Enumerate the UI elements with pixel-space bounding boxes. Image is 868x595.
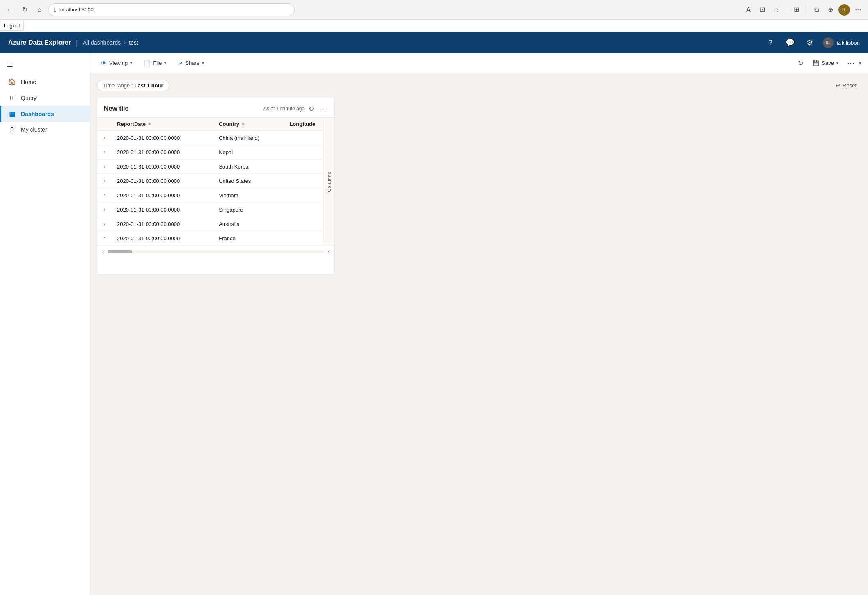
country-menu-icon[interactable]: ≡ <box>242 122 244 127</box>
reportdate-label: ReportDate <box>117 121 146 127</box>
scroll-right-button[interactable]: › <box>326 248 331 256</box>
tile-title: New tile <box>104 105 128 112</box>
sidebar-item-label-mycluster: My cluster <box>21 126 47 133</box>
table-row[interactable]: › 2020-01-31 00:00:00.0000 United States <box>97 174 334 188</box>
settings-button[interactable]: ⚙ <box>803 36 816 49</box>
sidebar-item-home[interactable]: 🏠 Home <box>0 74 90 90</box>
horizontal-scrollbar[interactable]: ‹ › <box>97 246 334 258</box>
logout-button[interactable]: Logout <box>0 21 24 31</box>
row-expand-button[interactable]: › <box>102 163 107 170</box>
reset-icon: ↩ <box>836 82 840 89</box>
reportdate-column-header: ReportDate ≡ <box>112 118 214 131</box>
row-expand-button[interactable]: › <box>102 206 107 213</box>
favorites-icon[interactable]: ☆ <box>770 4 782 16</box>
sidebar-item-dashboards[interactable]: ▦ Dashboards <box>0 106 90 122</box>
breadcrumb-all-dashboards[interactable]: All dashboards <box>83 39 121 46</box>
row-expand-button[interactable]: › <box>102 191 107 199</box>
country-cell: United States <box>214 174 284 188</box>
browser-refresh-button[interactable]: ↻ <box>19 4 30 16</box>
tile-refresh-button[interactable]: ↻ <box>308 104 315 114</box>
sidebar-item-mycluster[interactable]: 🗄 My cluster <box>0 122 90 137</box>
country-cell: France <box>214 231 284 246</box>
reset-label: Reset <box>843 82 857 89</box>
share-icon: ↗ <box>178 60 183 66</box>
time-range-value: Last 1 hour <box>135 82 163 89</box>
table-wrapper: ReportDate ≡ Country ≡ <box>97 118 334 246</box>
feedback-button[interactable]: 💬 <box>783 36 797 49</box>
table-header: ReportDate ≡ Country ≡ <box>97 118 334 131</box>
home-icon: 🏠 <box>8 78 16 86</box>
row-expand-button[interactable]: › <box>102 220 107 228</box>
browser-home-button[interactable]: ⌂ <box>34 4 45 16</box>
time-range-pill[interactable]: Time range : Last 1 hour <box>97 80 169 91</box>
breadcrumb: All dashboards › test <box>83 39 138 46</box>
table-scroll-area[interactable]: ReportDate ≡ Country ≡ <box>97 118 334 246</box>
expand-cell: › <box>97 145 112 160</box>
sidebar-item-label-dashboards: Dashboards <box>21 111 54 117</box>
table-row[interactable]: › 2020-01-31 00:00:00.0000 Nepal <box>97 145 334 160</box>
save-button[interactable]: 💾 Save ▾ <box>808 57 843 68</box>
viewing-button[interactable]: 👁 Viewing ▾ <box>97 57 136 69</box>
dashboard-content: Time range : Last 1 hour ↩ Reset New til… <box>90 73 868 595</box>
browser-chrome: ← ↻ ⌂ ℹ localhost:3000 A̅ ⊡ ☆ ⊞ ⧉ ⊕ IL ⋯ <box>0 0 868 20</box>
sidebar-item-query[interactable]: ⊞ Query <box>0 90 90 106</box>
split-view-icon[interactable]: ⊡ <box>756 4 768 16</box>
scroll-thumb <box>108 250 132 253</box>
table-row[interactable]: › 2020-01-31 00:00:00.0000 Australia <box>97 217 334 231</box>
table-row[interactable]: › 2020-01-31 00:00:00.0000 Singapore <box>97 203 334 217</box>
file-chevron-icon: ▾ <box>164 61 166 65</box>
tile-timestamp: As of 1 minute ago <box>263 106 305 112</box>
toolbar: 👁 Viewing ▾ 📄 File ▾ ↗ Share ▾ ↻ 💾 Save … <box>90 53 868 73</box>
date-cell: 2020-01-31 00:00:00.0000 <box>112 160 214 174</box>
file-icon: 📄 <box>144 60 151 66</box>
table-row[interactable]: › 2020-01-31 00:00:00.0000 France <box>97 231 334 246</box>
reportdate-menu-icon[interactable]: ≡ <box>148 122 151 127</box>
browser-back-button[interactable]: ← <box>4 4 16 16</box>
more-options-button[interactable]: ⋯ <box>844 57 857 70</box>
row-expand-button[interactable]: › <box>102 134 107 141</box>
table-row[interactable]: › 2020-01-31 00:00:00.0000 China (mainla… <box>97 131 334 145</box>
content-area: 👁 Viewing ▾ 📄 File ▾ ↗ Share ▾ ↻ 💾 Save … <box>90 53 868 595</box>
date-cell: 2020-01-31 00:00:00.0000 <box>112 231 214 246</box>
scroll-left-button[interactable]: ‹ <box>101 248 106 256</box>
columns-panel-label: Columns <box>327 171 332 192</box>
expand-cell: › <box>97 203 112 217</box>
country-cell: Singapore <box>214 203 284 217</box>
date-cell: 2020-01-31 00:00:00.0000 <box>112 203 214 217</box>
extensions-icon[interactable]: ⊞ <box>790 4 802 16</box>
sidebar-item-label-query: Query <box>21 95 37 101</box>
expand-cell: › <box>97 160 112 174</box>
help-button[interactable]: ? <box>764 36 777 49</box>
address-bar[interactable]: ℹ localhost:3000 <box>48 3 295 16</box>
expand-cell: › <box>97 231 112 246</box>
share-chevron-icon: ▾ <box>202 61 204 65</box>
row-expand-button[interactable]: › <box>102 235 107 242</box>
tile-more-button[interactable]: ⋯ <box>318 103 328 114</box>
table-row[interactable]: › 2020-01-31 00:00:00.0000 South Korea <box>97 160 334 174</box>
row-expand-button[interactable]: › <box>102 148 107 156</box>
url-text: localhost:3000 <box>59 7 94 13</box>
refresh-button[interactable]: ↻ <box>794 57 807 70</box>
row-expand-button[interactable]: › <box>102 177 107 185</box>
date-cell: 2020-01-31 00:00:00.0000 <box>112 131 214 145</box>
info-icon: ℹ <box>54 7 56 13</box>
share-button[interactable]: ↗ Share ▾ <box>174 57 208 69</box>
reset-button[interactable]: ↩ Reset <box>831 80 861 91</box>
country-column-header: Country ≡ <box>214 118 284 131</box>
columns-panel[interactable]: Columns <box>323 118 334 246</box>
user-name: izik lisbon <box>837 40 860 46</box>
eye-icon: 👁 <box>101 60 107 66</box>
add-tab-icon[interactable]: ⊕ <box>824 4 836 16</box>
collections-icon[interactable]: ⧉ <box>811 4 822 16</box>
country-label: Country <box>219 121 239 127</box>
browser-divider-2 <box>806 6 806 14</box>
main-layout: ☰ 🏠 Home ⊞ Query ▦ Dashboards 🗄 My clust… <box>0 53 868 595</box>
profile-avatar[interactable]: IL <box>838 4 850 16</box>
sidebar-menu-button[interactable]: ☰ <box>0 57 90 72</box>
browser-more-button[interactable]: ⋯ <box>852 4 864 16</box>
translate-icon[interactable]: A̅ <box>742 4 754 16</box>
file-button[interactable]: 📄 File ▾ <box>140 57 170 69</box>
expand-cell: › <box>97 131 112 145</box>
table-row[interactable]: › 2020-01-31 00:00:00.0000 Vietnam <box>97 188 334 203</box>
scroll-track[interactable] <box>108 250 325 253</box>
